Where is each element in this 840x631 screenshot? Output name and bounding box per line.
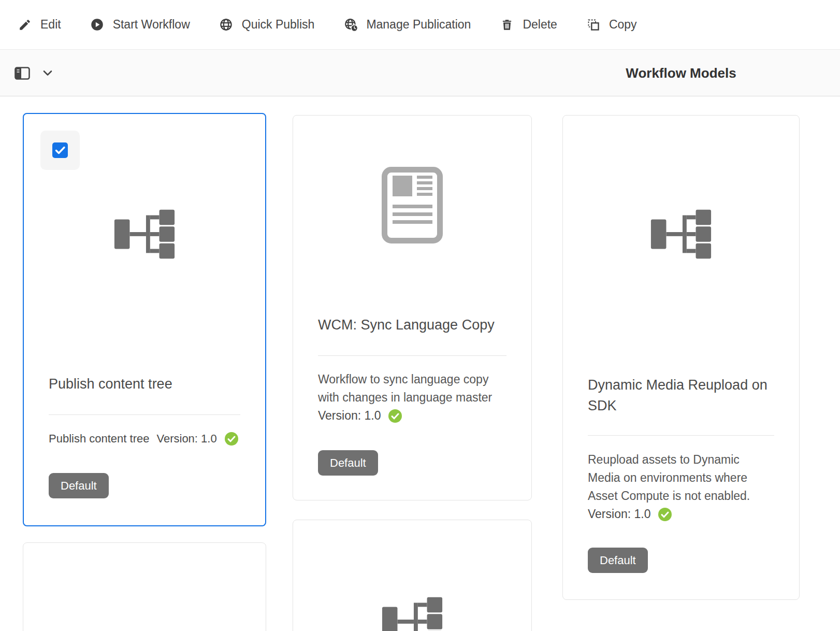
card-body: Publish content tree Publish content tre…: [24, 375, 265, 498]
action-toolbar: Edit Start Workflow Quick Publish: [0, 0, 840, 50]
default-badge: Default: [588, 548, 648, 573]
delete-button[interactable]: Delete: [500, 18, 557, 32]
page-title: Workflow Models: [626, 65, 736, 81]
workflow-card-dynamic-media-reupload[interactable]: Dynamic Media Reupload on SDK Reupload a…: [562, 115, 800, 600]
edit-button[interactable]: Edit: [18, 18, 61, 32]
edit-icon: [18, 18, 32, 32]
globe-icon: [219, 18, 234, 32]
copy-button[interactable]: Copy: [586, 18, 637, 32]
version-row: Version: 1.0: [318, 407, 506, 425]
check-circle-icon: [658, 507, 672, 522]
divider: [318, 355, 506, 356]
card-title: WCM: Sync Language Copy: [318, 316, 506, 334]
workflow-card-publish-content-tree[interactable]: Publish content tree Publish content tre…: [23, 113, 266, 526]
workflow-card-wcm-sync-language-copy[interactable]: WCM: Sync Language Copy Workflow to sync…: [293, 115, 532, 500]
quick-publish-button[interactable]: Quick Publish: [219, 18, 315, 32]
toolbar-item-label: Manage Publication: [366, 18, 471, 32]
card-title: Dynamic Media Reupload on SDK: [588, 375, 774, 416]
manage-publication-button[interactable]: Manage Publication: [343, 18, 471, 32]
workflow-tree-icon: [563, 116, 799, 348]
version-row: Version: 1.0: [588, 505, 774, 523]
version-label: Version: 1.0: [588, 505, 650, 523]
title-bar: Workflow Models: [0, 50, 840, 96]
version-label: Version: 1.0: [156, 432, 216, 446]
check-circle-icon: [388, 409, 402, 423]
article-icon: [293, 116, 531, 295]
toolbar-item-label: Quick Publish: [242, 18, 315, 32]
check-circle-icon: [224, 432, 239, 446]
card-title: Publish content tree: [49, 375, 240, 393]
toolbar-item-label: Start Workflow: [113, 18, 190, 32]
copy-icon: [586, 18, 601, 32]
toolbar-item-label: Delete: [523, 18, 557, 32]
card-body: WCM: Sync Language Copy Workflow to sync…: [293, 316, 531, 476]
divider: [588, 435, 774, 436]
play-circle-icon: [90, 18, 105, 32]
card-description: Reupload assets to Dynamic Media on envi…: [588, 451, 774, 505]
default-badge: Default: [318, 450, 378, 476]
content-rail-icon: [14, 65, 31, 81]
version-label: Version: 1.0: [318, 407, 381, 425]
content-rail-toggle[interactable]: [14, 65, 53, 81]
toolbar-item-label: Edit: [40, 18, 61, 32]
card-meta: Publish content tree Version: 1.0: [49, 432, 240, 446]
start-workflow-button[interactable]: Start Workflow: [90, 18, 190, 32]
card-body: Dynamic Media Reupload on SDK Reupload a…: [563, 375, 799, 573]
toolbar-item-label: Copy: [609, 18, 637, 32]
workflow-tree-icon: [293, 520, 531, 631]
card-select-checkbox[interactable]: [40, 131, 80, 170]
globe-clock-icon: [343, 18, 358, 32]
checkbox-checked-icon: [52, 142, 68, 158]
default-badge: Default: [49, 473, 109, 498]
trash-icon: [500, 18, 514, 32]
workflow-card-partial[interactable]: [293, 520, 532, 631]
workflow-card-partial[interactable]: [23, 542, 266, 631]
divider: [49, 414, 240, 415]
card-meta-title: Publish content tree: [49, 432, 149, 446]
chevron-down-icon: [42, 67, 53, 79]
card-description: Workflow to sync language copy with chan…: [318, 370, 506, 407]
